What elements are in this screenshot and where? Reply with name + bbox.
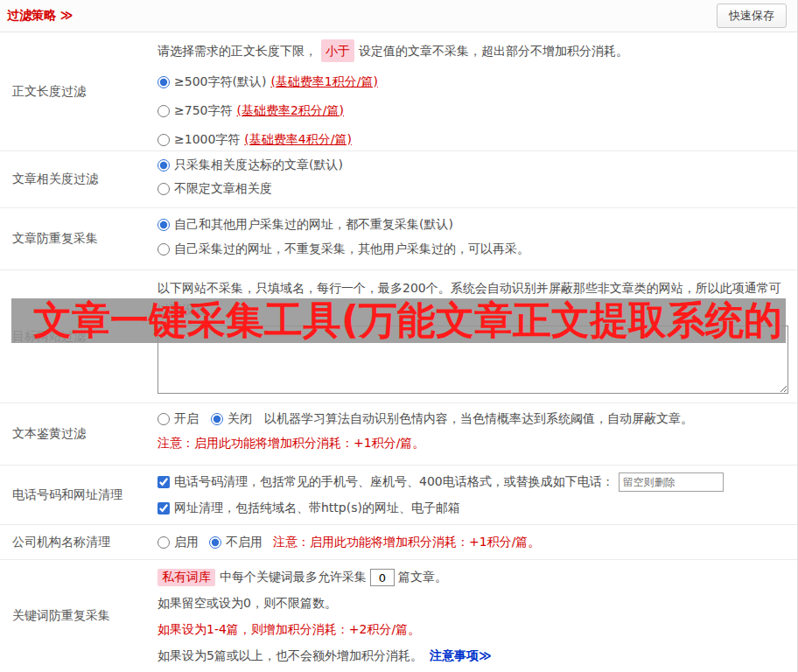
section-porn-filter: 文本鉴黄过滤 开启 关闭 以机器学习算法自动识别色情内容，当色情概率达到系统阈值… [0, 403, 797, 466]
section-relevance: 文章相关度过滤 只采集相关度达标的文章(默认) 不限定文章相关度 [0, 151, 797, 208]
keyword-limit-unit: 篇文章。 [398, 570, 447, 585]
length-750-option[interactable]: ≥750字符 (基础费率2积分/篇) [158, 96, 788, 125]
porn-filter-description: 以机器学习算法自动识别色情内容，当色情概率达到系统阈值，自动屏蔽文章。 [264, 411, 693, 427]
porn-filter-on-radio[interactable] [158, 413, 170, 425]
dedup-global-label: 自己和其他用户采集过的网址，都不重复采集(默认) [174, 217, 453, 233]
dedup-self-radio[interactable] [158, 243, 170, 256]
relevance-strict-label: 只采集相关度达标的文章(默认) [174, 158, 343, 173]
section-label-phone-url-clean: 电话号码和网址清理 [0, 466, 158, 524]
company-clean-cost-note: 注意：启用此功能将增加积分消耗：+1积分/篇。 [273, 535, 540, 550]
intro-text-before: 请选择需求的正文长度下限， [158, 40, 317, 61]
porn-filter-cost-note: 注意：启用此功能将增加积分消耗：+1积分/篇。 [158, 431, 788, 456]
length-500-radio[interactable] [158, 76, 170, 88]
relevance-any-label: 不限定文章相关度 [174, 181, 272, 197]
length-500-option[interactable]: ≥500字符(默认) (基础费率1积分/篇) [158, 67, 788, 96]
company-clean-off-label: 不启用 [226, 535, 262, 550]
replacement-phone-input[interactable] [619, 472, 724, 492]
section-label-content-length: 正文长度过滤 [0, 32, 158, 150]
porn-filter-on-option[interactable]: 开启 [158, 411, 199, 427]
porn-filter-off-label: 关闭 [228, 411, 252, 427]
intro-text-after: 设定值的文章不采集，超出部分不增加积分消耗。 [359, 40, 628, 61]
section-company-clean: 公司机构名称清理 启用 不启用 注意：启用此功能将增加积分消耗：+1积分/篇。 [0, 525, 797, 560]
phone-clean-checkbox[interactable] [158, 476, 170, 488]
keyword-note-five-plus: 如果设为5篇或以上，也不会额外增加积分消耗。 [158, 648, 423, 664]
section-label-relevance: 文章相关度过滤 [0, 151, 158, 207]
less-than-highlight: 小于 [321, 39, 354, 62]
section-label-company-clean: 公司机构名称清理 [0, 525, 158, 559]
section-label-keyword-dedup: 关键词防重复采集 [0, 560, 158, 672]
porn-filter-on-label: 开启 [174, 411, 199, 427]
watermark-text: 文章一键采集工具(万能文章正文提取系统的 [11, 298, 782, 343]
length-500-fee-link[interactable]: (基础费率1积分/篇) [270, 74, 378, 90]
relevance-any-radio[interactable] [158, 183, 170, 195]
company-clean-on-option[interactable]: 启用 [158, 535, 199, 550]
dedup-self-label: 自己采集过的网址，不重复采集，其他用户采集过的，可以再采。 [174, 242, 529, 257]
keyword-note-cost: 如果设为1-4篇，则增加积分消耗：+2积分/篇。 [158, 617, 788, 643]
company-clean-on-label: 启用 [174, 535, 199, 550]
section-label-porn-filter: 文本鉴黄过滤 [0, 403, 158, 465]
length-1000-option[interactable]: ≥1000字符 (基础费率4积分/篇) [158, 125, 788, 154]
length-500-label: ≥500字符(默认) [174, 74, 266, 90]
section-keyword-dedup: 关键词防重复采集 私有词库 中每个关键词最多允许采集 篇文章。 如果留空或设为0… [0, 560, 797, 672]
section-label-dedup: 文章防重复采集 [0, 208, 158, 270]
dedup-global-radio[interactable] [158, 219, 170, 231]
notice-link[interactable]: 注意事项≫ [430, 648, 492, 664]
length-1000-label: ≥1000字符 [174, 132, 240, 148]
length-1000-radio[interactable] [158, 134, 170, 146]
relevance-any-option[interactable]: 不限定文章相关度 [158, 177, 788, 200]
section-phone-url-clean: 电话号码和网址清理 电话号码清理，包括常见的手机号、座机号、400电话格式，或替… [0, 466, 797, 525]
url-clean-option[interactable]: 网址清理，包括纯域名、带http(s)的网址、电子邮箱 [158, 500, 460, 516]
content-length-intro: 请选择需求的正文长度下限， 小于 设定值的文章不采集，超出部分不增加积分消耗。 [158, 39, 788, 62]
length-750-label: ≥750字符 [174, 103, 232, 119]
section-content-length: 正文长度过滤 请选择需求的正文长度下限， 小于 设定值的文章不采集，超出部分不增… [0, 32, 797, 151]
quick-save-button[interactable]: 快速保存 [717, 4, 787, 28]
phone-clean-option[interactable]: 电话号码清理，包括常见的手机号、座机号、400电话格式，或替换成如下电话： [158, 474, 614, 490]
company-clean-off-radio[interactable] [209, 536, 221, 549]
porn-filter-off-radio[interactable] [211, 413, 223, 425]
page-title[interactable]: 过滤策略 ≫ [7, 8, 74, 24]
length-750-radio[interactable] [158, 105, 170, 117]
dedup-self-option[interactable]: 自己采集过的网址，不重复采集，其他用户采集过的，可以再采。 [158, 237, 788, 262]
keyword-limit-input[interactable] [370, 569, 395, 586]
phone-clean-label: 电话号码清理，包括常见的手机号、座机号、400电话格式，或替换成如下电话： [174, 474, 614, 490]
porn-filter-off-option[interactable]: 关闭 [211, 411, 252, 427]
company-clean-off-option[interactable]: 不启用 [209, 535, 262, 550]
keyword-limit-text: 中每个关键词最多允许采集 [220, 570, 367, 585]
length-1000-fee-link[interactable]: (基础费率4积分/篇) [244, 132, 352, 148]
relevance-strict-option[interactable]: 只采集相关度达标的文章(默认) [158, 153, 788, 177]
url-clean-checkbox[interactable] [158, 502, 170, 514]
length-750-fee-link[interactable]: (基础费率2积分/篇) [236, 103, 344, 119]
dedup-global-option[interactable]: 自己和其他用户采集过的网址，都不重复采集(默认) [158, 213, 788, 237]
keyword-note-unlimited: 如果留空或设为0，则不限篇数。 [158, 591, 788, 617]
private-lexicon-highlight: 私有词库 [158, 569, 215, 586]
top-bar: 过滤策略 ≫ 快速保存 [0, 0, 797, 32]
company-clean-on-radio[interactable] [158, 536, 170, 549]
url-clean-label: 网址清理，包括纯域名、带http(s)的网址、电子邮箱 [174, 500, 460, 516]
section-dedup: 文章防重复采集 自己和其他用户采集过的网址，都不重复采集(默认) 自己采集过的网… [0, 208, 797, 270]
watermark-band: 文章一键采集工具(万能文章正文提取系统的 [11, 298, 786, 343]
relevance-strict-radio[interactable] [158, 159, 170, 172]
